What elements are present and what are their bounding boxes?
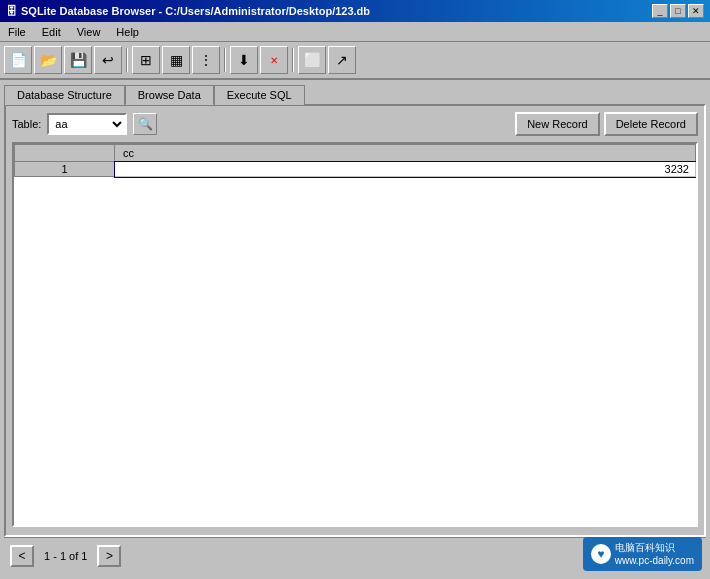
edit-button[interactable]: ↗ — [328, 46, 356, 74]
prev-button[interactable]: < — [10, 545, 34, 567]
main-content: Table: aa 🔍 New Record Delete Record cc … — [4, 104, 706, 537]
new-file-button[interactable]: 📄 — [4, 46, 32, 74]
table-body: 1 3232 — [15, 162, 696, 177]
watermark: ♥ 电脑百科知识 www.pc-daily.com — [583, 537, 702, 571]
minimize-button[interactable]: _ — [652, 4, 668, 18]
close-button[interactable]: ✕ — [688, 4, 704, 18]
data-table: cc 1 3232 — [14, 144, 696, 177]
title-bar: 🗄 SQLite Database Browser - C:/Users/Adm… — [0, 0, 710, 22]
import-button[interactable]: ⬇ — [230, 46, 258, 74]
toolbar-separator-2 — [224, 48, 226, 72]
nav-left: < 1 - 1 of 1 > — [10, 545, 121, 567]
table-row[interactable]: 1 3232 — [15, 162, 696, 177]
row-num-header — [15, 145, 115, 162]
title-bar-left: 🗄 SQLite Database Browser - C:/Users/Adm… — [6, 5, 370, 17]
table-header-row: cc — [15, 145, 696, 162]
new-record-button[interactable]: New Record — [515, 112, 600, 136]
menu-file[interactable]: File — [4, 25, 30, 39]
toolbar-separator-3 — [292, 48, 294, 72]
next-button[interactable]: > — [97, 545, 121, 567]
table-left: Table: aa 🔍 — [12, 113, 157, 135]
col-cc-header: cc — [115, 145, 696, 162]
toolbar: 📄 📂 💾 ↩ ⊞ ▦ ⋮ ⬇ ✕ ⬜ ↗ — [0, 42, 710, 80]
menu-help[interactable]: Help — [112, 25, 143, 39]
toolbar-separator-1 — [126, 48, 128, 72]
tab-browse-data[interactable]: Browse Data — [125, 85, 214, 105]
table-controls: Table: aa 🔍 New Record Delete Record — [12, 112, 698, 136]
delete-record-button[interactable]: Delete Record — [604, 112, 698, 136]
query-button[interactable]: ⬜ — [298, 46, 326, 74]
open-button[interactable]: 📂 — [34, 46, 62, 74]
tab-execute-sql[interactable]: Execute SQL — [214, 85, 305, 105]
menu-edit[interactable]: Edit — [38, 25, 65, 39]
table-select[interactable]: aa — [47, 113, 127, 135]
export-button[interactable]: ✕ — [260, 46, 288, 74]
table-view-button[interactable]: ⊞ — [132, 46, 160, 74]
tab-bar: Database Structure Browse Data Execute S… — [0, 80, 710, 104]
window-title: SQLite Database Browser - C:/Users/Admin… — [21, 5, 370, 17]
app-icon: 🗄 — [6, 5, 17, 17]
undo-button[interactable]: ↩ — [94, 46, 122, 74]
watermark-text: 电脑百科知识 www.pc-daily.com — [615, 541, 694, 567]
search-button[interactable]: 🔍 — [133, 113, 157, 135]
columns-button[interactable]: ⋮ — [192, 46, 220, 74]
row-number: 1 — [15, 162, 115, 177]
grid-view-button[interactable]: ▦ — [162, 46, 190, 74]
menu-view[interactable]: View — [73, 25, 105, 39]
table-label: Table: — [12, 118, 41, 130]
table-right: New Record Delete Record — [515, 112, 698, 136]
menu-bar: File Edit View Help — [0, 22, 710, 42]
cell-cc[interactable]: 3232 — [115, 162, 696, 177]
watermark-icon: ♥ — [591, 544, 611, 564]
maximize-button[interactable]: □ — [670, 4, 686, 18]
page-info: 1 - 1 of 1 — [38, 550, 93, 562]
title-bar-controls: _ □ ✕ — [652, 4, 704, 18]
tab-database-structure[interactable]: Database Structure — [4, 85, 125, 105]
save-button[interactable]: 💾 — [64, 46, 92, 74]
data-table-container: cc 1 3232 — [12, 142, 698, 527]
